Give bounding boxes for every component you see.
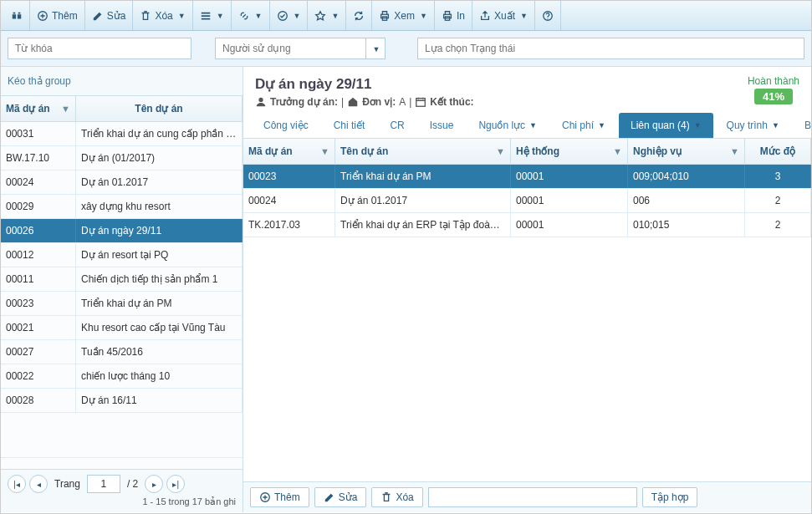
cell-level: 2: [745, 213, 811, 237]
delete-button[interactable]: Xóa▼: [133, 1, 192, 30]
user-select[interactable]: [215, 38, 365, 59]
edit-button[interactable]: Sửa: [85, 1, 134, 30]
table-row[interactable]: 00024Dự án 01.2017000010062: [243, 189, 811, 213]
tab-ngu-n-l-c[interactable]: Nguồn lực▼: [467, 113, 549, 138]
tab-b-o-c-o[interactable]: Báo cáo▼: [793, 113, 811, 138]
filter-icon[interactable]: ▼: [61, 104, 70, 114]
horizontal-scrollbar[interactable]: [1, 457, 243, 469]
col-name[interactable]: Tên dự án: [76, 96, 243, 121]
table-row[interactable]: 00031Triển khai dự án cung cấp phần mềm …: [1, 122, 243, 146]
filter-icon[interactable]: ▼: [320, 146, 329, 156]
svg-rect-8: [416, 99, 426, 107]
status-input[interactable]: [417, 38, 804, 59]
user-dropdown-button[interactable]: ▼: [365, 38, 386, 59]
table-row[interactable]: 00026Dự án ngày 29/11: [1, 219, 243, 243]
pager-prev-button[interactable]: ◂: [29, 475, 48, 493]
tab-chi-ph-[interactable]: Chi phí▼: [550, 113, 617, 138]
cell-level: 2: [745, 189, 811, 212]
pager-total: / 2: [127, 478, 138, 490]
progress-badge: 41%: [754, 89, 793, 104]
tab-quy-tr-nh[interactable]: Quy trình▼: [715, 113, 791, 138]
link-menu-button[interactable]: ▼: [232, 1, 270, 30]
table-row[interactable]: 00024Dự án 01.2017: [1, 170, 243, 195]
caret-down-icon: ▼: [217, 12, 224, 20]
tab-c-ng-vi-c[interactable]: Công việc: [252, 113, 320, 138]
table-row[interactable]: 00011Chiến dịch tiếp thị sản phẩm 1: [1, 267, 243, 292]
bottom-edit-button[interactable]: Sửa: [314, 487, 367, 507]
table-row[interactable]: 00029xây dựng khu resort: [1, 195, 243, 219]
cell-code: 00027: [1, 340, 76, 364]
dcol-biz[interactable]: Nghiệp vụ▼: [628, 139, 745, 164]
check-menu-button[interactable]: ▼: [270, 1, 309, 30]
progress-box: Hoàn thành 41%: [748, 75, 799, 104]
home-icon: [347, 96, 359, 108]
table-row[interactable]: 00022chiến lược tháng 10: [1, 364, 243, 389]
tab-chi-ti-t[interactable]: Chi tiết: [322, 113, 377, 138]
bottom-search-input[interactable]: [428, 487, 637, 507]
dcol-code[interactable]: Mã dự án▼: [243, 139, 335, 164]
link-icon: [238, 10, 250, 22]
binoculars-icon: [11, 10, 23, 22]
table-row[interactable]: 00023Triển khai dự án PM00001009;004;010…: [243, 165, 811, 189]
cell-name: Triển khai dự án ERP tại Tập đoàn ASK: [335, 213, 511, 237]
filter-icon[interactable]: ▼: [613, 146, 622, 156]
export-label: Xuất: [494, 10, 515, 22]
star-menu-button[interactable]: ▼: [308, 1, 346, 30]
pager-page-input[interactable]: [87, 475, 120, 493]
detail-subtitle: Trưởng dự án: | Đơn vị: A | Kết thúc:: [255, 96, 474, 108]
table-row[interactable]: 00028Dự án 16/11: [1, 389, 243, 413]
tab-cr[interactable]: CR: [378, 113, 416, 138]
progress-label: Hoàn thành: [748, 75, 799, 87]
calendar-icon: [415, 96, 426, 108]
printer-icon: [442, 10, 453, 22]
pager-last-button[interactable]: ▸|: [166, 475, 185, 493]
bottom-group-button[interactable]: Tập hợp: [642, 487, 698, 507]
refresh-button[interactable]: [346, 1, 372, 30]
add-label: Thêm: [52, 10, 78, 22]
cell-code: 00024: [243, 189, 335, 212]
dcol-level[interactable]: Mức độ: [745, 139, 811, 164]
grid-header: Mã dự án▼ Tên dự án: [1, 96, 243, 122]
binoculars-button[interactable]: [4, 1, 30, 30]
export-button[interactable]: Xuất▼: [472, 1, 535, 30]
bottom-delete-button[interactable]: Xóa: [371, 487, 422, 507]
view-button[interactable]: Xem▼: [372, 1, 435, 30]
col-code[interactable]: Mã dự án▼: [1, 96, 76, 121]
pager-first-button[interactable]: |◂: [8, 475, 26, 493]
table-row[interactable]: 00023Triển khai dự án PM: [1, 292, 243, 316]
cell-name: Tuần 45/2016: [76, 340, 243, 364]
filter-icon[interactable]: ▼: [730, 146, 739, 156]
table-row[interactable]: 00021Khu resort cao cấp tại Vũng Tàu: [1, 316, 243, 340]
tab-li-n-quan-4-[interactable]: Liên quan (4)▼: [619, 113, 713, 138]
filter-icon[interactable]: ▼: [496, 146, 505, 156]
dcol-system[interactable]: Hệ thống▼: [511, 139, 628, 164]
table-row[interactable]: 00012Dự án resort tại PQ: [1, 243, 243, 267]
cell-code: 00026: [1, 219, 76, 242]
cell-code: 00023: [1, 292, 76, 315]
pager-info: 1 - 15 trong 17 bản ghi: [8, 493, 236, 507]
bottom-add-button[interactable]: Thêm: [250, 487, 309, 507]
help-icon: [542, 10, 554, 22]
detail-grid-header: Mã dự án▼ Tên dự án▼ Hệ thống▼ Nghiệp vụ…: [243, 139, 811, 165]
refresh-icon: [353, 10, 365, 22]
keyword-input[interactable]: [8, 38, 192, 59]
table-row[interactable]: TK.2017.03Triển khai dự án ERP tại Tập đ…: [243, 213, 811, 237]
pencil-icon: [92, 10, 104, 22]
caret-down-icon: ▼: [255, 12, 263, 20]
list-menu-button[interactable]: ▼: [193, 1, 232, 30]
add-button[interactable]: Thêm: [30, 1, 85, 30]
cell-name: Dự án ngày 29/11: [76, 219, 243, 242]
print-label: In: [457, 10, 465, 22]
detail-grid-body: 00023Triển khai dự án PM00001009;004;010…: [243, 165, 811, 481]
cell-name: Chiến dịch tiếp thị sản phẩm 1: [76, 267, 243, 291]
tab-issue[interactable]: Issue: [418, 113, 466, 138]
trash-icon: [380, 491, 392, 503]
table-row[interactable]: 00027Tuần 45/2016: [1, 340, 243, 364]
dcol-name[interactable]: Tên dự án▼: [335, 139, 511, 164]
print-button[interactable]: In: [435, 1, 472, 30]
caret-down-icon: ▼: [178, 12, 186, 20]
help-button[interactable]: [535, 1, 561, 30]
table-row[interactable]: BW.17.10Dự án (01/2017): [1, 146, 243, 170]
cell-name: Dự án (01/2017): [76, 146, 243, 170]
pager-next-button[interactable]: ▸: [145, 475, 163, 493]
